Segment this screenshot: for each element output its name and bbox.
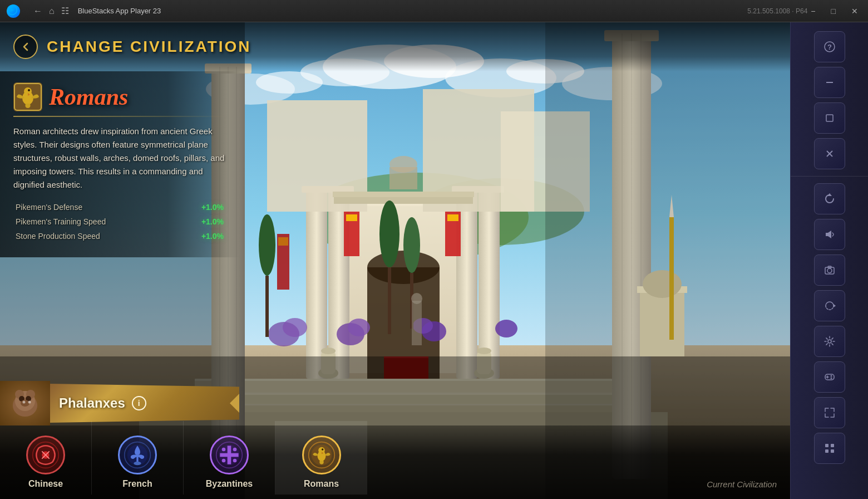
nav-back[interactable]: ←	[33, 6, 42, 16]
svg-point-107	[134, 462, 141, 466]
help-button[interactable]: ?	[814, 31, 845, 62]
svg-point-8	[256, 71, 323, 94]
civ-header: Romans	[13, 82, 226, 111]
minimize-window-btn[interactable]: −	[807, 6, 818, 17]
settings-button[interactable]	[814, 326, 845, 357]
svg-point-115	[233, 459, 237, 463]
svg-point-59	[495, 320, 517, 337]
svg-rect-143	[831, 449, 834, 453]
svg-rect-61	[388, 267, 391, 334]
chinese-emblem	[26, 436, 65, 474]
back-button[interactable]	[13, 35, 38, 59]
byzantine-emblem	[210, 436, 249, 474]
special-unit-banner: Phalanxes i	[0, 381, 239, 425]
svg-point-112	[222, 448, 226, 452]
current-civ-label: Current Civilization	[707, 480, 777, 489]
civ-item-french[interactable]: French	[92, 421, 184, 495]
sidebar-divider	[791, 176, 868, 177]
svg-point-83	[643, 270, 682, 298]
restore-window-btn[interactable]: □	[828, 6, 839, 17]
civ-item-byzantines[interactable]: Byzantines	[184, 421, 275, 495]
stat-label-1: Pikemen's Training Speed	[16, 217, 106, 226]
civ-bar: Chinese French	[0, 425, 790, 499]
stat-label-0: Pikemen's Defense	[16, 203, 82, 212]
page-title: CHANGE CIVILIZATION	[47, 38, 251, 56]
stat-row: Pikemen's Defense +1.0%	[13, 203, 226, 212]
svg-marker-133	[834, 304, 836, 307]
svg-point-62	[403, 217, 420, 273]
civ-label-romans: Romans	[304, 479, 339, 489]
stat-value-0: +1.0%	[201, 203, 224, 212]
svg-point-131	[827, 268, 832, 273]
svg-point-121	[322, 448, 323, 450]
svg-rect-84	[669, 217, 674, 340]
stat-row: Stone Production Speed +1.0%	[13, 232, 226, 241]
roman-emblem	[302, 436, 341, 474]
svg-point-134	[828, 340, 831, 343]
civ-label-byzantines: Byzantines	[206, 479, 253, 489]
titlebar: ← ⌂ ☷ BlueStacks App Player 23 5.21.505.…	[0, 0, 868, 22]
apps-button[interactable]	[814, 433, 845, 464]
svg-point-139	[830, 378, 832, 379]
civ-item-romans[interactable]: Romans	[275, 421, 367, 495]
nav-home[interactable]: ⌂	[49, 6, 55, 16]
game-container: CHANGE CIVILIZATION	[0, 22, 790, 499]
civ-label-french: French	[122, 479, 152, 489]
svg-rect-46	[333, 192, 474, 197]
svg-point-138	[830, 375, 832, 377]
refresh-button[interactable]	[814, 183, 845, 214]
civ-item-chinese[interactable]: Chinese	[0, 421, 92, 495]
svg-rect-111	[220, 453, 238, 457]
svg-rect-142	[825, 449, 828, 453]
svg-rect-81	[640, 290, 684, 356]
svg-point-64	[259, 214, 275, 276]
svg-point-71	[477, 348, 491, 354]
stat-label-2: Stone Production Speed	[16, 232, 100, 241]
civ-emblem	[13, 82, 42, 111]
svg-point-98	[21, 400, 29, 407]
stats-container: Pikemen's Defense +1.0% Pikemen's Traini…	[13, 203, 226, 241]
svg-point-100	[28, 401, 31, 404]
svg-point-23	[367, 251, 440, 284]
camera-button[interactable]	[814, 255, 845, 286]
unit-mascot	[0, 381, 50, 425]
svg-point-58	[283, 318, 307, 337]
nav-apps[interactable]: ☷	[61, 6, 69, 16]
info-panel: Romans Roman architects drew inspiration…	[0, 71, 239, 257]
window-restore-btn[interactable]	[814, 102, 845, 134]
svg-rect-52	[278, 237, 288, 246]
svg-rect-76	[412, 301, 422, 345]
svg-rect-141	[831, 444, 834, 447]
close-window-btn[interactable]: ✕	[848, 6, 861, 17]
stat-value-2: +1.0%	[201, 232, 224, 241]
svg-rect-140	[825, 444, 828, 447]
gamepad-button[interactable]	[814, 361, 845, 393]
svg-point-77	[411, 293, 422, 304]
window-minimize-btn[interactable]	[814, 67, 845, 98]
window-close-btn[interactable]	[814, 138, 845, 169]
svg-marker-129	[826, 231, 831, 238]
civ-divider	[13, 116, 226, 117]
unit-name: Phalanxes	[59, 395, 125, 411]
titlebar-nav: ← ⌂ ☷	[33, 6, 69, 16]
titlebar-controls: − □ ✕	[807, 6, 861, 17]
volume-button[interactable]	[814, 219, 845, 250]
svg-text:?: ?	[827, 43, 832, 51]
stat-value-1: +1.0%	[201, 217, 224, 226]
civ-name: Romans	[49, 84, 128, 110]
svg-rect-50	[447, 214, 458, 221]
french-emblem	[118, 436, 157, 474]
stat-row: Pikemen's Training Speed +1.0%	[13, 217, 226, 226]
svg-point-73	[389, 156, 417, 173]
svg-point-91	[28, 89, 30, 91]
unit-info-button[interactable]: i	[132, 396, 146, 410]
svg-point-54	[348, 319, 370, 336]
bluestacks-logo	[7, 4, 20, 18]
svg-rect-125	[826, 115, 833, 121]
app-name: BlueStacks App Player 23	[78, 7, 743, 15]
rotate-button[interactable]	[814, 290, 845, 321]
svg-rect-49	[346, 214, 357, 221]
svg-point-68	[321, 348, 336, 354]
svg-point-114	[222, 459, 226, 463]
expand-button[interactable]	[814, 397, 845, 428]
